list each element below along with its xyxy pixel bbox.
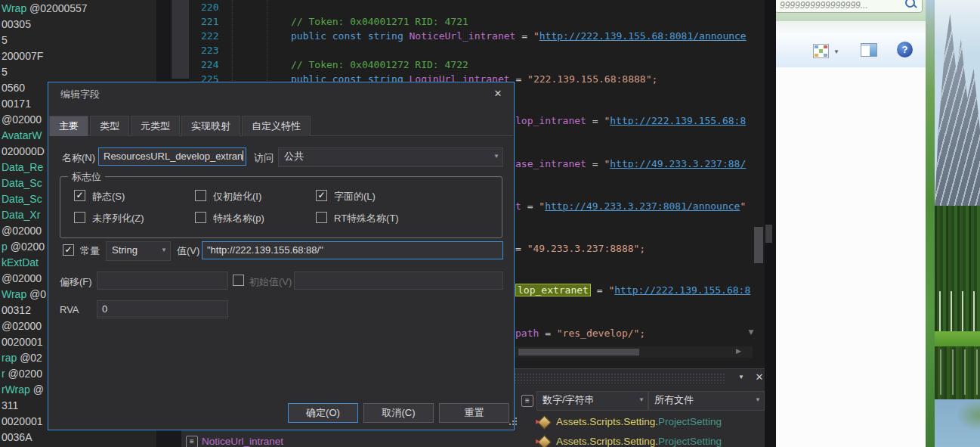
desktop-wallpaper [935, 0, 980, 447]
close-icon[interactable]: ✕ [491, 87, 505, 101]
constant-checkbox[interactable]: ✓ [63, 244, 74, 256]
panel-close-icon[interactable]: ✕ [753, 371, 765, 384]
tree-node-token: 5 [2, 34, 8, 46]
code-line: 223 [189, 43, 765, 57]
initial-value-input[interactable] [294, 272, 503, 290]
reset-button[interactable]: 重置 [439, 403, 509, 423]
tree-node-name: r [2, 368, 8, 380]
class-icon [537, 415, 551, 429]
tree-node-token: 311 [2, 399, 18, 411]
explorer-content[interactable] [776, 67, 926, 447]
search-icon[interactable] [905, 0, 915, 8]
help-icon[interactable]: ? [897, 42, 913, 57]
tree-node[interactable]: Wrap @02000557 [0, 1, 156, 17]
code-hyperlink[interactable]: http://222.139.155.68:8081/announce [539, 30, 747, 42]
line-number: 223 [201, 43, 224, 57]
edge-scrollbar-thumb[interactable] [765, 225, 772, 243]
offset-input[interactable] [97, 272, 228, 290]
tree-scrollbar-thumb[interactable] [172, 0, 190, 79]
tab-main[interactable]: 主要 [49, 116, 88, 136]
search-result-row[interactable]: ≡ NoticeUrl_intranet Assets.Scripts.Sett… [181, 433, 765, 447]
code-line: lop_extranet = "http://222.139.155.68:8 [515, 283, 750, 297]
dialog-tabs: 主要 类型 元类型 实现映射 自定义特性 [49, 116, 513, 136]
code-line: = "49.233.3.237:8888"; [515, 241, 645, 256]
access-label: 访问 [254, 151, 274, 165]
code-hyperlink[interactable]: http://49.233.3.237:88/ [610, 158, 746, 169]
specialname-checkbox[interactable] [195, 212, 206, 223]
tree-node-token: @0200 [8, 368, 42, 380]
explorer-window: 9999999999999999... ▼ ? [776, 0, 926, 447]
tree-node-token: @02000557 [29, 2, 88, 14]
tree-node-token: 00171 [2, 98, 31, 110]
indent-guide [232, 0, 233, 81]
explorer-search-input[interactable]: 9999999999999999... [776, 0, 923, 13]
rva-label: RVA [60, 304, 79, 315]
constant-type-dropdown[interactable]: String ▼ [106, 241, 171, 261]
tree-node-name: kExtDat [2, 256, 39, 269]
dialog-titlebar[interactable]: 编辑字段 ✕ [48, 82, 514, 105]
name-input[interactable]: ResourcesURL_develop_extran [98, 147, 246, 166]
rva-input[interactable]: 0 [97, 300, 228, 318]
tab-impl-map[interactable]: 实现映射 [181, 116, 240, 136]
tab-custom-attributes[interactable]: 自定义特性 [242, 116, 311, 136]
change-view-icon[interactable] [813, 44, 829, 58]
chevron-down-icon[interactable]: ▼ [833, 48, 839, 55]
rtspecialname-checkbox[interactable] [316, 212, 327, 223]
flags-groupbox: 标志位 ✓ 静态(S) 仅初始化(I) ✓ 字面的(L) 未序列化(Z) 特殊名… [60, 176, 502, 238]
line-number: 221 [201, 14, 224, 29]
tree-node-token: 0020001 [2, 415, 43, 427]
dialog-title: 编辑字段 [60, 88, 100, 101]
resize-grip[interactable] [508, 418, 518, 428]
vertical-scrollbar-thumb[interactable] [754, 227, 763, 263]
tree-node[interactable]: 0036A [0, 430, 156, 445]
window-edge-strip [765, 0, 776, 447]
search-type-dropdown[interactable]: 数字/字符串 ▼ [536, 391, 648, 411]
tree-node-token: @02000 [2, 113, 42, 126]
literal-checkbox[interactable]: ✓ [316, 190, 327, 201]
constant-value-input[interactable]: "http://222.139.155.68:88/" [202, 241, 503, 259]
preview-pane-icon[interactable] [861, 43, 877, 57]
panel-menu-icon[interactable]: ▼ [734, 371, 748, 384]
search-scope-dropdown[interactable]: 所有文件 ▼ [648, 391, 765, 411]
ok-button[interactable]: 确定(O) [288, 403, 358, 423]
code-comment: // Token: 0x04001271 RID: 4721 [291, 16, 468, 27]
tree-node-token: @02000 [2, 225, 42, 237]
tree-node-token: 0036A [2, 431, 32, 443]
search-options-icon[interactable]: ≡ [521, 395, 533, 407]
code-hyperlink[interactable]: http://222.139.155.68:8 [614, 284, 750, 296]
tree-node[interactable]: 200007F [0, 48, 156, 64]
cancel-button[interactable]: 取消(C) [363, 403, 434, 423]
code-hyperlink[interactable]: http://222.139.155.68:8 [610, 115, 746, 126]
code-hyperlink[interactable]: http://49.233.3.237:8081/announce [545, 200, 740, 212]
horizontal-scrollbar-thumb[interactable] [518, 349, 639, 355]
tree-node-name: Wrap [2, 2, 29, 14]
scroll-down-icon[interactable]: ▼ [745, 328, 757, 336]
class-icon [537, 435, 551, 447]
initial-value-checkbox[interactable] [233, 275, 244, 286]
notserialized-checkbox[interactable] [74, 212, 85, 223]
code-line: 222public const string NoticeUrl_intrane… [189, 29, 765, 43]
tab-metatype[interactable]: 元类型 [131, 116, 180, 136]
offset-label: 偏移(F) [60, 275, 92, 289]
access-dropdown[interactable]: 公共 ▼ [278, 147, 503, 167]
tab-type[interactable]: 类型 [90, 116, 129, 136]
tree-node[interactable]: 5 [0, 64, 156, 80]
tree-node[interactable]: 5 [0, 33, 156, 48]
code-line: 220 [189, 0, 765, 14]
highlighted-symbol[interactable]: lop_extranet [515, 284, 591, 296]
tree-node[interactable]: 00305 [0, 17, 156, 33]
code-comment: // Token: 0x04001272 RID: 4722 [291, 59, 468, 70]
value-label: 值(V) [177, 244, 199, 258]
line-number: 220 [201, 0, 224, 14]
tree-node-token: @02000 [2, 320, 42, 332]
chevron-down-icon: ▼ [158, 242, 170, 260]
scroll-right-icon[interactable]: ▶ [736, 347, 741, 355]
tree-node-name: Data_Sc [2, 177, 42, 189]
indent-guide [267, 0, 267, 81]
initonly-checkbox[interactable] [195, 190, 206, 201]
static-checkbox[interactable]: ✓ [74, 190, 85, 201]
code-line: lop_intranet = "http://222.139.155.68:8 [515, 113, 746, 128]
tree-node-token: 0020001 [2, 336, 43, 348]
tree-node-name: rWrap [2, 383, 33, 396]
chevron-down-icon: ▼ [635, 392, 648, 410]
